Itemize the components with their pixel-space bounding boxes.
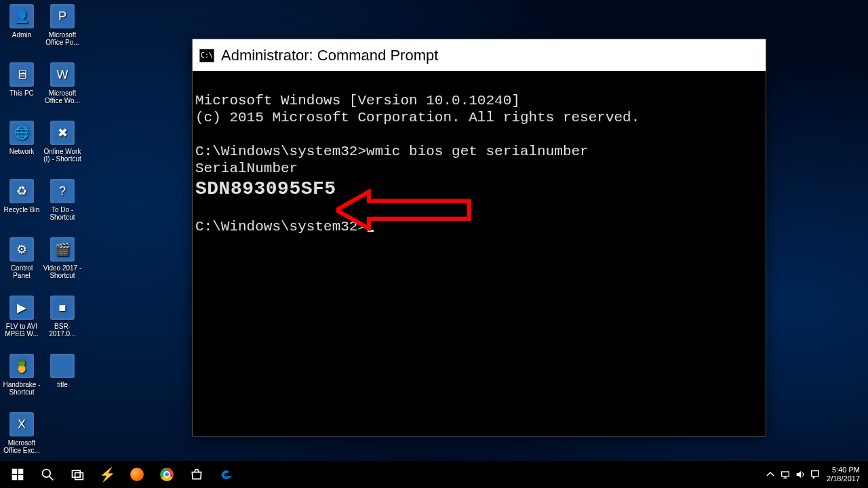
todo-icon: ? <box>50 179 75 203</box>
red-arrow-annotation-icon <box>336 189 472 231</box>
taskbar-app-firefox[interactable] <box>122 461 152 488</box>
desktop-icon-video2017[interactable]: 🎬Video 2017 - Shortcut <box>42 237 83 296</box>
desktop-icon-thispc[interactable]: 🖥This PC <box>1 62 42 121</box>
svg-rect-4 <box>18 475 24 481</box>
cmd-serial-number: SDN893095SF5 <box>195 176 336 202</box>
desktop-icon-ppt[interactable]: PMicrosoft Office Po... <box>42 4 83 62</box>
svg-line-6 <box>50 476 54 481</box>
desktop-icon-flv[interactable]: ▶FLV to AVI MPEG W... <box>1 296 42 354</box>
desktop-icon-title[interactable]: title <box>42 354 83 412</box>
tray-clock[interactable]: 5:40 PM 2/18/2017 <box>823 466 864 483</box>
desktop-icon-admin[interactable]: 👤Admin <box>1 4 42 62</box>
desktop-icon-label: Control Panel <box>2 264 41 279</box>
taskbar-app-chrome[interactable] <box>152 461 182 488</box>
thispc-icon: 🖥 <box>9 62 34 87</box>
desktop-icon-handbrake[interactable]: 🍍Handbrake - Shortcut <box>1 354 42 412</box>
cmd-prompt: C:\Windows\system32> <box>195 144 366 159</box>
desktop-icon-label: Microsoft Office Po... <box>43 31 82 46</box>
bsr-icon: ■ <box>50 296 75 320</box>
taskbar-app-edge[interactable] <box>212 461 241 488</box>
svg-rect-3 <box>12 475 18 481</box>
desktop-background[interactable]: 👤AdminPMicrosoft Office Po...🖥This PCWMi… <box>0 0 868 488</box>
desktop-icon-label: To Do - Shortcut <box>43 206 82 221</box>
svg-rect-1 <box>12 469 18 474</box>
desktop-icon-label: Microsoft Office Exc... <box>2 439 41 454</box>
network-icon: 🌐 <box>9 121 34 145</box>
desktop-icon-todo[interactable]: ?To Do - Shortcut <box>42 179 83 237</box>
desktop-icon-label: Network <box>9 148 35 155</box>
svg-rect-7 <box>73 470 81 477</box>
svg-point-5 <box>43 470 51 478</box>
terminal-body[interactable]: Microsoft Windows [Version 10.0.10240] (… <box>193 71 766 290</box>
desktop-icon-label: Admin <box>12 31 31 39</box>
svg-marker-0 <box>336 192 469 228</box>
window-title: Administrator: Command Prompt <box>221 47 438 64</box>
tray-volume-icon[interactable] <box>793 461 808 488</box>
desktop-icon-label: Video 2017 - Shortcut <box>43 264 82 279</box>
desktop-icon-label: Recycle Bin <box>4 206 40 214</box>
svg-rect-9 <box>782 472 789 476</box>
svg-rect-8 <box>75 473 83 480</box>
desktop-icon-network[interactable]: 🌐Network <box>1 121 42 179</box>
admin-icon: 👤 <box>9 4 34 28</box>
cmd-command: wmic bios get serialnumber <box>366 144 589 159</box>
desktop-icon-label: This PC <box>9 89 34 97</box>
desktop-icon-label: Online Work (I) - Shortcut <box>43 148 82 163</box>
task-view-button[interactable] <box>62 461 92 488</box>
tray-action-center-icon[interactable] <box>808 461 823 488</box>
handbrake-icon: 🍍 <box>9 354 34 378</box>
taskbar: ⚡ <box>0 461 868 488</box>
onlinework-icon: ✖ <box>50 121 75 145</box>
title-icon <box>50 354 75 378</box>
cmd-icon: C:\ <box>199 49 214 62</box>
taskbar-app-store[interactable] <box>182 461 212 488</box>
desktop-icon-cpanel[interactable]: ⚙Control Panel <box>1 237 42 296</box>
command-prompt-window[interactable]: C:\ Administrator: Command Prompt Micros… <box>192 39 766 436</box>
desktop-icon-word[interactable]: WMicrosoft Office Wo... <box>42 62 83 121</box>
window-titlebar[interactable]: C:\ Administrator: Command Prompt <box>193 39 766 71</box>
desktop-icon-label: title <box>57 381 68 388</box>
word-icon: W <box>50 62 75 87</box>
svg-rect-2 <box>18 469 24 474</box>
desktop-icon-label: BSR-2017.0... <box>43 323 82 338</box>
desktop-icon-onlinework[interactable]: ✖Online Work (I) - Shortcut <box>42 121 83 179</box>
recyclebin-icon: ♻ <box>9 179 34 203</box>
tray-network-icon[interactable] <box>778 461 793 488</box>
taskbar-app-winamp[interactable]: ⚡ <box>92 461 122 488</box>
tray-overflow-icon[interactable] <box>763 461 778 488</box>
desktop-icon-bsr[interactable]: ■BSR-2017.0... <box>42 296 83 354</box>
desktop-icon-label: Microsoft Office Wo... <box>43 89 82 104</box>
desktop-icons-grid: 👤AdminPMicrosoft Office Po...🖥This PCWMi… <box>1 4 83 470</box>
video2017-icon: 🎬 <box>50 237 75 262</box>
cmd-output-header: SerialNumber <box>195 161 298 176</box>
cmd-copyright-line: (c) 2015 Microsoft Corporation. All righ… <box>195 110 639 125</box>
desktop-icon-label: Handbrake - Shortcut <box>2 381 41 396</box>
cpanel-icon: ⚙ <box>9 237 34 262</box>
system-tray: 5:40 PM 2/18/2017 <box>763 461 868 488</box>
desktop-icon-recyclebin[interactable]: ♻Recycle Bin <box>1 179 42 237</box>
cmd-version-line: Microsoft Windows [Version 10.0.10240] <box>195 93 520 108</box>
desktop-icon-label: FLV to AVI MPEG W... <box>2 323 41 338</box>
tray-time: 5:40 PM <box>832 466 860 474</box>
search-button[interactable] <box>33 461 62 488</box>
start-button[interactable] <box>3 461 33 488</box>
flv-icon: ▶ <box>9 296 34 320</box>
ppt-icon: P <box>50 4 75 28</box>
excel-icon: X <box>9 412 34 436</box>
tray-date: 2/18/2017 <box>827 474 860 483</box>
